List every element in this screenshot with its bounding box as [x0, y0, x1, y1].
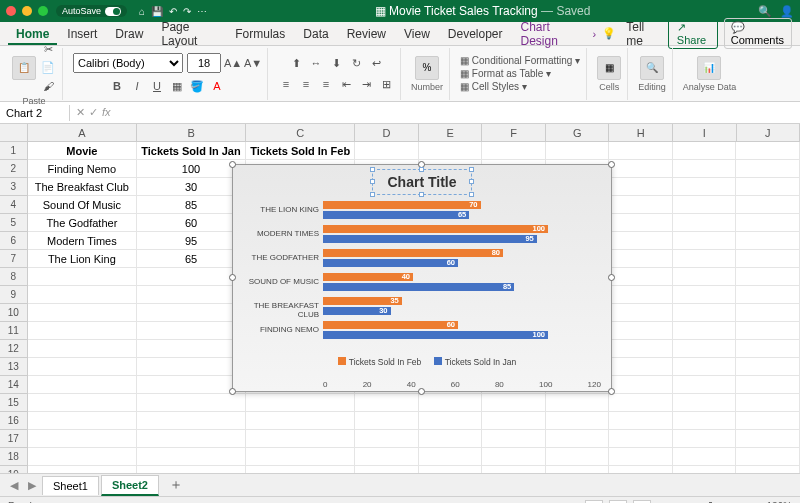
cancel-icon[interactable]: ✕	[76, 106, 85, 119]
cell[interactable]	[419, 430, 483, 448]
cell[interactable]	[736, 286, 800, 304]
cell[interactable]	[246, 466, 355, 474]
cell[interactable]	[609, 394, 673, 412]
resize-handle[interactable]	[418, 388, 425, 395]
format-as-table[interactable]: ▦ Format as Table ▾	[460, 68, 551, 79]
cell[interactable]	[28, 358, 137, 376]
cell[interactable]	[482, 394, 546, 412]
cell[interactable]	[28, 286, 137, 304]
cell[interactable]	[609, 268, 673, 286]
cell[interactable]	[609, 430, 673, 448]
tab-developer[interactable]: Developer	[440, 23, 511, 45]
bar-feb[interactable]: 100	[323, 225, 548, 233]
align-middle-icon[interactable]: ↔	[308, 55, 324, 71]
resize-handle[interactable]	[229, 388, 236, 395]
cell[interactable]: Tickets Sold In Feb	[246, 142, 355, 160]
cell[interactable]	[673, 304, 737, 322]
cell[interactable]	[28, 322, 137, 340]
cell[interactable]	[609, 340, 673, 358]
cell[interactable]	[355, 430, 419, 448]
cell[interactable]	[482, 412, 546, 430]
cell[interactable]	[736, 196, 800, 214]
row-header[interactable]: 12	[0, 340, 28, 358]
row-header[interactable]: 2	[0, 160, 28, 178]
row-header[interactable]: 11	[0, 322, 28, 340]
cell[interactable]	[482, 430, 546, 448]
align-bottom-icon[interactable]: ⬇	[328, 55, 344, 71]
cell[interactable]	[355, 448, 419, 466]
col-header[interactable]: D	[355, 124, 419, 141]
cell[interactable]	[546, 412, 610, 430]
cell[interactable]	[736, 322, 800, 340]
cell[interactable]: 95	[137, 232, 246, 250]
cell[interactable]	[609, 250, 673, 268]
cell[interactable]	[673, 376, 737, 394]
cell[interactable]	[137, 322, 246, 340]
cell[interactable]	[673, 160, 737, 178]
close-window[interactable]	[6, 6, 16, 16]
bar-jan[interactable]: 65	[323, 211, 469, 219]
cell[interactable]	[673, 412, 737, 430]
autosave-toggle[interactable]: AutoSave	[56, 5, 127, 17]
cell[interactable]: The Godfather	[28, 214, 137, 232]
cell[interactable]	[736, 214, 800, 232]
cell[interactable]	[609, 448, 673, 466]
row-header[interactable]: 5	[0, 214, 28, 232]
cell[interactable]	[736, 232, 800, 250]
cell[interactable]	[419, 448, 483, 466]
row-header[interactable]: 4	[0, 196, 28, 214]
cell[interactable]	[546, 448, 610, 466]
row-header[interactable]: 15	[0, 394, 28, 412]
cell[interactable]	[609, 232, 673, 250]
analyse-icon[interactable]: 📊	[697, 56, 721, 80]
cell[interactable]	[736, 142, 800, 160]
conditional-formatting[interactable]: ▦ Conditional Formatting ▾	[460, 55, 580, 66]
cell[interactable]	[736, 358, 800, 376]
cell[interactable]	[246, 412, 355, 430]
tab-insert[interactable]: Insert	[59, 23, 105, 45]
cell[interactable]	[673, 358, 737, 376]
cell[interactable]: Sound Of Music	[28, 196, 137, 214]
cell[interactable]	[609, 322, 673, 340]
orientation-icon[interactable]: ↻	[348, 55, 364, 71]
cell[interactable]	[137, 304, 246, 322]
row-header[interactable]: 19	[0, 466, 28, 474]
tab-data[interactable]: Data	[295, 23, 336, 45]
cell[interactable]	[546, 142, 610, 160]
select-all-corner[interactable]	[0, 124, 28, 141]
cell[interactable]	[28, 376, 137, 394]
cell[interactable]: Movie	[28, 142, 137, 160]
cell[interactable]	[609, 304, 673, 322]
cell[interactable]	[736, 304, 800, 322]
cell[interactable]	[609, 376, 673, 394]
col-header[interactable]: C	[246, 124, 355, 141]
comments-button[interactable]: 💬 Comments	[724, 18, 792, 49]
cell[interactable]	[673, 214, 737, 232]
cell[interactable]	[736, 448, 800, 466]
user-icon[interactable]: 👤	[780, 5, 794, 18]
resize-handle[interactable]	[229, 161, 236, 168]
cell[interactable]	[736, 394, 800, 412]
indent-increase-icon[interactable]: ⇥	[358, 76, 374, 92]
cell[interactable]	[419, 394, 483, 412]
underline-icon[interactable]: U	[149, 78, 165, 94]
font-name-select[interactable]: Calibri (Body)	[73, 53, 183, 73]
row-header[interactable]: 17	[0, 430, 28, 448]
cell[interactable]	[736, 340, 800, 358]
cell-styles[interactable]: ▦ Cell Styles ▾	[460, 81, 527, 92]
confirm-icon[interactable]: ✓	[89, 106, 98, 119]
sheet-nav-next[interactable]: ▶	[24, 479, 40, 492]
cell[interactable]	[736, 178, 800, 196]
name-box[interactable]: Chart 2	[0, 105, 70, 121]
cell[interactable]	[673, 394, 737, 412]
cell[interactable]	[137, 448, 246, 466]
row-header[interactable]: 9	[0, 286, 28, 304]
col-header[interactable]: B	[137, 124, 246, 141]
cell[interactable]	[28, 430, 137, 448]
sheet-tab[interactable]: Sheet1	[42, 476, 99, 495]
cell[interactable]	[609, 358, 673, 376]
resize-handle[interactable]	[608, 161, 615, 168]
col-header[interactable]: G	[546, 124, 610, 141]
cell[interactable]	[137, 340, 246, 358]
format-painter-icon[interactable]: 🖌	[40, 78, 56, 94]
